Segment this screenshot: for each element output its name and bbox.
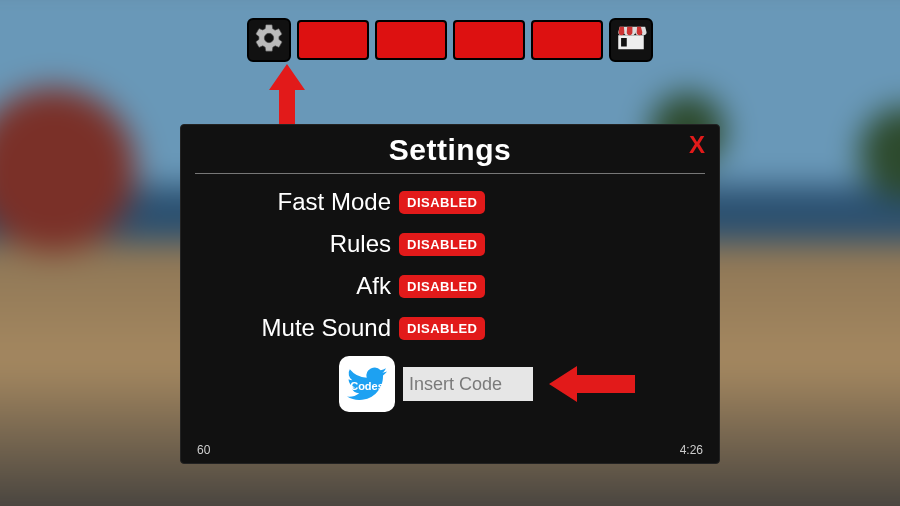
setting-row-afk: Afk DISABLED bbox=[207, 268, 705, 304]
setting-row-rules: Rules DISABLED bbox=[207, 226, 705, 262]
toggle-afk[interactable]: DISABLED bbox=[399, 275, 485, 298]
hotbar-slot[interactable] bbox=[453, 20, 525, 60]
top-bar bbox=[247, 18, 653, 62]
toggle-fast-mode[interactable]: DISABLED bbox=[399, 191, 485, 214]
settings-panel: Settings X Fast Mode DISABLED Rules DISA… bbox=[180, 124, 720, 464]
shop-button[interactable] bbox=[609, 18, 653, 62]
toggle-rules[interactable]: DISABLED bbox=[399, 233, 485, 256]
hotbar-slots bbox=[297, 20, 603, 60]
setting-label: Mute Sound bbox=[207, 314, 391, 342]
settings-button[interactable] bbox=[247, 18, 291, 62]
gear-icon bbox=[253, 22, 285, 58]
toggle-mute-sound[interactable]: DISABLED bbox=[399, 317, 485, 340]
annotation-arrow-up bbox=[269, 64, 305, 124]
close-button[interactable]: X bbox=[689, 131, 705, 159]
setting-label: Fast Mode bbox=[207, 188, 391, 216]
codes-button[interactable]: Codes bbox=[339, 356, 395, 412]
code-input[interactable] bbox=[403, 367, 533, 401]
footer-left-value: 60 bbox=[197, 443, 210, 457]
annotation-arrow-left bbox=[549, 366, 635, 402]
setting-label: Rules bbox=[207, 230, 391, 258]
footer-right-time: 4:26 bbox=[680, 443, 703, 457]
shop-icon bbox=[614, 21, 648, 59]
panel-title: Settings bbox=[195, 133, 705, 171]
setting-label: Afk bbox=[207, 272, 391, 300]
divider bbox=[195, 173, 705, 174]
setting-row-fast-mode: Fast Mode DISABLED bbox=[207, 184, 705, 220]
panel-footer: 60 4:26 bbox=[195, 441, 705, 457]
setting-row-mute-sound: Mute Sound DISABLED bbox=[207, 310, 705, 346]
hotbar-slot[interactable] bbox=[531, 20, 603, 60]
codes-row: Codes bbox=[339, 356, 705, 412]
hotbar-slot[interactable] bbox=[297, 20, 369, 60]
codes-icon-label: Codes bbox=[350, 380, 384, 392]
hotbar-slot[interactable] bbox=[375, 20, 447, 60]
